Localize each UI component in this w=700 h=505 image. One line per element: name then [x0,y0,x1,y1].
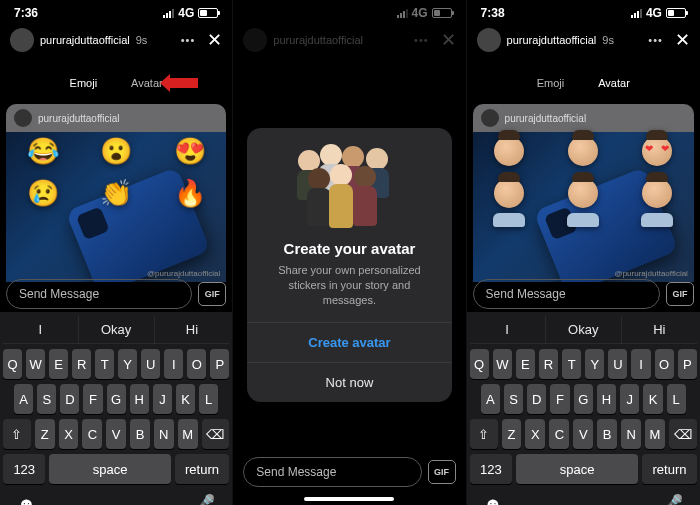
key[interactable]: N [621,419,641,449]
key[interactable]: L [667,384,686,414]
key[interactable]: Q [3,349,22,379]
shift-key[interactable]: ⇧ [470,419,498,449]
key[interactable]: J [153,384,172,414]
home-indicator[interactable] [304,497,394,501]
key[interactable]: G [107,384,126,414]
story-avatar[interactable] [477,28,501,52]
reaction-emoji[interactable]: 🔥 [174,178,206,209]
key[interactable]: Y [585,349,604,379]
key[interactable]: W [26,349,45,379]
avatar-reaction-laugh[interactable] [492,136,526,173]
key[interactable]: X [525,419,545,449]
not-now-button[interactable]: Not now [247,362,451,402]
suggestion[interactable]: Okay [78,316,154,343]
gif-button[interactable]: GIF [428,460,456,484]
key[interactable]: F [83,384,102,414]
message-input[interactable]: Send Message [6,279,192,309]
key[interactable]: W [493,349,512,379]
avatar-reaction-clap[interactable] [566,178,600,227]
more-icon[interactable]: ••• [181,34,196,46]
key[interactable]: G [574,384,593,414]
message-input[interactable]: Send Message [473,279,660,309]
key[interactable]: E [516,349,535,379]
suggestion[interactable]: Okay [545,316,621,343]
tab-avatar[interactable]: Avatar [584,72,644,94]
key[interactable]: D [60,384,79,414]
key[interactable]: D [527,384,546,414]
key[interactable]: O [655,349,674,379]
key[interactable]: R [72,349,91,379]
key[interactable]: B [130,419,150,449]
key[interactable]: H [130,384,149,414]
key[interactable]: J [620,384,639,414]
suggestion[interactable]: I [470,316,545,343]
key[interactable]: U [608,349,627,379]
key[interactable]: F [550,384,569,414]
key[interactable]: A [14,384,33,414]
key[interactable]: M [645,419,665,449]
key[interactable]: K [176,384,195,414]
reaction-emoji[interactable]: 😍 [174,136,206,167]
tab-emoji[interactable]: Emoji [56,72,112,94]
key[interactable]: S [504,384,523,414]
key[interactable]: B [597,419,617,449]
reaction-emoji[interactable]: 😢 [27,178,59,209]
key[interactable]: U [141,349,160,379]
suggestion[interactable]: Hi [621,316,697,343]
key[interactable]: T [95,349,114,379]
create-avatar-button[interactable]: Create avatar [247,322,451,362]
key[interactable]: E [49,349,68,379]
key[interactable]: R [539,349,558,379]
key[interactable]: S [37,384,56,414]
story-avatar[interactable] [10,28,34,52]
reaction-emoji[interactable]: 😂 [27,136,59,167]
more-icon[interactable]: ••• [648,34,663,46]
key[interactable]: M [178,419,198,449]
avatar-reaction-wow[interactable] [566,136,600,173]
story-body[interactable]: pururajduttaofficial ❤ @pururajduttaoffi… [473,104,694,282]
key[interactable]: H [597,384,616,414]
tab-emoji[interactable]: Emoji [523,72,579,94]
story-username[interactable]: pururajduttaofficial [507,34,597,46]
key[interactable]: N [154,419,174,449]
gif-button[interactable]: GIF [666,282,694,306]
key[interactable]: T [562,349,581,379]
space-key[interactable]: space [49,454,170,484]
key[interactable]: X [59,419,79,449]
key[interactable]: V [573,419,593,449]
avatar-reaction-cry[interactable] [492,178,526,227]
key[interactable]: C [549,419,569,449]
story-username[interactable]: pururajduttaofficial [40,34,130,46]
key[interactable]: Y [118,349,137,379]
key[interactable]: K [643,384,662,414]
reaction-emoji[interactable]: 😮 [100,136,132,167]
return-key[interactable]: return [175,454,230,484]
space-key[interactable]: space [516,454,638,484]
dictation-icon[interactable]: 🎤 [193,493,215,505]
backspace-key[interactable]: ⌫ [202,419,230,449]
key[interactable]: P [210,349,229,379]
avatar-reaction-cheer[interactable] [640,178,674,227]
key[interactable]: L [199,384,218,414]
suggestion[interactable]: Hi [154,316,230,343]
key[interactable]: O [187,349,206,379]
key[interactable]: Q [470,349,489,379]
key[interactable]: Z [502,419,522,449]
numbers-key[interactable]: 123 [470,454,513,484]
key[interactable]: C [82,419,102,449]
key[interactable]: I [631,349,650,379]
backspace-key[interactable]: ⌫ [669,419,697,449]
key[interactable]: I [164,349,183,379]
shift-key[interactable]: ⇧ [3,419,31,449]
close-icon[interactable]: ✕ [675,31,690,49]
gif-button[interactable]: GIF [198,282,226,306]
avatar-reaction-hearteyes[interactable]: ❤ [640,136,674,173]
dictation-icon[interactable]: 🎤 [661,493,683,505]
numbers-key[interactable]: 123 [3,454,45,484]
key[interactable]: A [481,384,500,414]
key[interactable]: V [106,419,126,449]
emoji-keyboard-icon[interactable]: ☻ [17,494,36,506]
emoji-keyboard-icon[interactable]: ☻ [484,494,503,506]
key[interactable]: Z [35,419,55,449]
key[interactable]: P [678,349,697,379]
